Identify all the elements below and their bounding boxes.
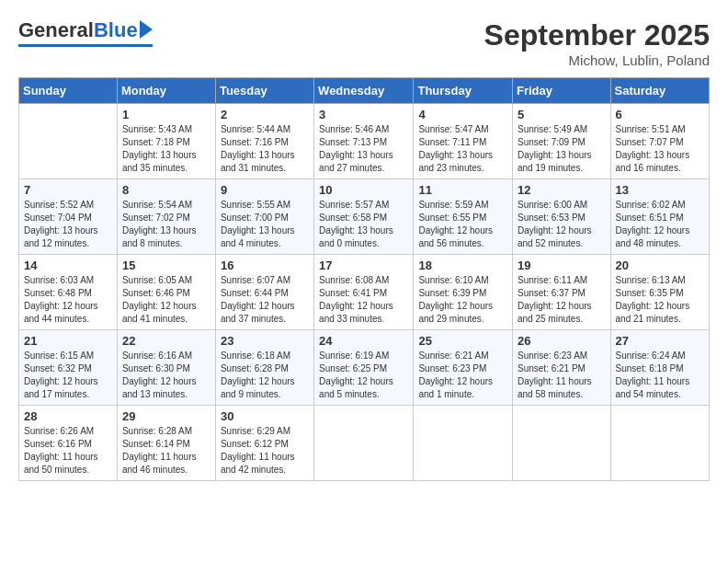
day-number: 28: [24, 409, 112, 423]
day-info: Sunrise: 6:21 AMSunset: 6:23 PMDaylight:…: [418, 350, 507, 401]
day-number: 23: [221, 334, 309, 348]
calendar-day-cell: 24Sunrise: 6:19 AMSunset: 6:25 PMDayligh…: [314, 330, 414, 406]
day-number: 18: [418, 259, 507, 272]
weekday-header: Friday: [513, 78, 611, 104]
calendar-week-row: 1Sunrise: 5:43 AMSunset: 7:18 PMDaylight…: [19, 104, 710, 179]
calendar-day-cell: 1Sunrise: 5:43 AMSunset: 7:18 PMDaylight…: [117, 104, 215, 179]
day-info: Sunrise: 5:57 AMSunset: 6:58 PMDaylight:…: [319, 199, 408, 250]
day-info: Sunrise: 5:46 AMSunset: 7:13 PMDaylight:…: [319, 123, 408, 175]
day-info: Sunrise: 6:08 AMSunset: 6:41 PMDaylight:…: [319, 274, 408, 326]
day-info: Sunrise: 5:49 AMSunset: 7:09 PMDaylight:…: [518, 123, 606, 175]
location-label: Michow, Lublin, Poland: [484, 52, 710, 68]
calendar-day-cell: 11Sunrise: 5:59 AMSunset: 6:55 PMDayligh…: [414, 179, 513, 255]
day-number: 30: [221, 409, 309, 423]
weekday-header: Tuesday: [215, 78, 313, 104]
calendar-day-cell: 10Sunrise: 5:57 AMSunset: 6:58 PMDayligh…: [314, 179, 414, 255]
calendar-day-cell: 28Sunrise: 6:26 AMSunset: 6:16 PMDayligh…: [19, 406, 118, 481]
calendar-day-cell: [513, 406, 611, 481]
calendar-week-row: 7Sunrise: 5:52 AMSunset: 7:04 PMDaylight…: [19, 179, 710, 255]
day-info: Sunrise: 6:13 AMSunset: 6:35 PMDaylight:…: [616, 274, 704, 326]
calendar-day-cell: 12Sunrise: 6:00 AMSunset: 6:53 PMDayligh…: [513, 179, 611, 255]
day-number: 27: [616, 334, 704, 348]
day-info: Sunrise: 5:47 AMSunset: 7:11 PMDaylight:…: [418, 123, 507, 175]
logo-general: General: [18, 18, 94, 42]
calendar-header-row: SundayMondayTuesdayWednesdayThursdayFrid…: [19, 78, 710, 104]
day-info: Sunrise: 6:00 AMSunset: 6:53 PMDaylight:…: [518, 199, 606, 250]
day-number: 19: [518, 259, 606, 272]
calendar-day-cell: [314, 406, 414, 481]
calendar-day-cell: 17Sunrise: 6:08 AMSunset: 6:41 PMDayligh…: [314, 255, 414, 330]
day-info: Sunrise: 6:29 AMSunset: 6:12 PMDaylight:…: [221, 425, 309, 477]
logo: GeneralBlue: [18, 18, 153, 47]
weekday-header: Monday: [117, 78, 215, 104]
weekday-header: Wednesday: [314, 78, 414, 104]
day-info: Sunrise: 6:05 AMSunset: 6:46 PMDaylight:…: [122, 274, 210, 326]
day-info: Sunrise: 6:23 AMSunset: 6:21 PMDaylight:…: [518, 350, 606, 401]
day-number: 2: [221, 108, 309, 121]
day-number: 13: [616, 183, 704, 197]
calendar-day-cell: 8Sunrise: 5:54 AMSunset: 7:02 PMDaylight…: [117, 179, 215, 255]
calendar-week-row: 21Sunrise: 6:15 AMSunset: 6:32 PMDayligh…: [19, 330, 710, 406]
calendar-day-cell: 2Sunrise: 5:44 AMSunset: 7:16 PMDaylight…: [215, 104, 313, 179]
calendar-day-cell: 13Sunrise: 6:02 AMSunset: 6:51 PMDayligh…: [610, 179, 709, 255]
day-number: 8: [122, 183, 210, 197]
day-number: 24: [319, 334, 408, 348]
calendar-day-cell: [610, 406, 709, 481]
calendar-day-cell: 14Sunrise: 6:03 AMSunset: 6:48 PMDayligh…: [19, 255, 118, 330]
calendar-day-cell: 19Sunrise: 6:11 AMSunset: 6:37 PMDayligh…: [513, 255, 611, 330]
calendar-week-row: 28Sunrise: 6:26 AMSunset: 6:16 PMDayligh…: [19, 406, 710, 481]
day-number: 1: [122, 108, 210, 121]
day-number: 7: [24, 183, 112, 197]
title-area: September 2025 Michow, Lublin, Poland: [484, 18, 710, 68]
day-number: 3: [319, 108, 408, 121]
calendar-day-cell: 25Sunrise: 6:21 AMSunset: 6:23 PMDayligh…: [414, 330, 513, 406]
calendar-day-cell: 27Sunrise: 6:24 AMSunset: 6:18 PMDayligh…: [610, 330, 709, 406]
calendar-day-cell: 22Sunrise: 6:16 AMSunset: 6:30 PMDayligh…: [117, 330, 215, 406]
day-info: Sunrise: 6:26 AMSunset: 6:16 PMDaylight:…: [24, 425, 112, 477]
day-number: 5: [518, 108, 606, 121]
calendar-day-cell: 16Sunrise: 6:07 AMSunset: 6:44 PMDayligh…: [215, 255, 313, 330]
calendar-day-cell: 3Sunrise: 5:46 AMSunset: 7:13 PMDaylight…: [314, 104, 414, 179]
calendar-day-cell: 7Sunrise: 5:52 AMSunset: 7:04 PMDaylight…: [19, 179, 118, 255]
calendar-day-cell: [19, 104, 118, 179]
logo-arrow-icon: [140, 20, 153, 39]
day-number: 9: [221, 183, 309, 197]
day-info: Sunrise: 5:59 AMSunset: 6:55 PMDaylight:…: [418, 199, 507, 250]
calendar-day-cell: 9Sunrise: 5:55 AMSunset: 7:00 PMDaylight…: [215, 179, 313, 255]
day-info: Sunrise: 6:10 AMSunset: 6:39 PMDaylight:…: [418, 274, 507, 326]
day-number: 29: [122, 409, 210, 423]
calendar-table: SundayMondayTuesdayWednesdayThursdayFrid…: [18, 77, 710, 481]
month-title: September 2025: [484, 18, 710, 52]
calendar-day-cell: 4Sunrise: 5:47 AMSunset: 7:11 PMDaylight…: [414, 104, 513, 179]
calendar-day-cell: 26Sunrise: 6:23 AMSunset: 6:21 PMDayligh…: [513, 330, 611, 406]
page-header: GeneralBlue September 2025 Michow, Lubli…: [18, 18, 710, 68]
logo-blue: Blue: [94, 18, 138, 42]
day-number: 11: [418, 183, 507, 197]
day-info: Sunrise: 5:55 AMSunset: 7:00 PMDaylight:…: [221, 199, 309, 250]
weekday-header: Thursday: [414, 78, 513, 104]
day-info: Sunrise: 6:16 AMSunset: 6:30 PMDaylight:…: [122, 350, 210, 401]
day-info: Sunrise: 6:07 AMSunset: 6:44 PMDaylight:…: [221, 274, 309, 326]
calendar-day-cell: [414, 406, 513, 481]
calendar-day-cell: 18Sunrise: 6:10 AMSunset: 6:39 PMDayligh…: [414, 255, 513, 330]
calendar-day-cell: 20Sunrise: 6:13 AMSunset: 6:35 PMDayligh…: [610, 255, 709, 330]
day-info: Sunrise: 6:02 AMSunset: 6:51 PMDaylight:…: [616, 199, 704, 250]
day-info: Sunrise: 6:15 AMSunset: 6:32 PMDaylight:…: [24, 350, 112, 401]
logo-text: GeneralBlue: [18, 18, 153, 42]
weekday-header: Sunday: [19, 78, 118, 104]
calendar-day-cell: 23Sunrise: 6:18 AMSunset: 6:28 PMDayligh…: [215, 330, 313, 406]
day-number: 15: [122, 259, 210, 272]
day-number: 22: [122, 334, 210, 348]
calendar-day-cell: 29Sunrise: 6:28 AMSunset: 6:14 PMDayligh…: [117, 406, 215, 481]
day-info: Sunrise: 6:18 AMSunset: 6:28 PMDaylight:…: [221, 350, 309, 401]
day-info: Sunrise: 6:28 AMSunset: 6:14 PMDaylight:…: [122, 425, 210, 477]
calendar-day-cell: 30Sunrise: 6:29 AMSunset: 6:12 PMDayligh…: [215, 406, 313, 481]
day-number: 16: [221, 259, 309, 272]
day-info: Sunrise: 6:11 AMSunset: 6:37 PMDaylight:…: [518, 274, 606, 326]
day-info: Sunrise: 6:19 AMSunset: 6:25 PMDaylight:…: [319, 350, 408, 401]
day-info: Sunrise: 5:52 AMSunset: 7:04 PMDaylight:…: [24, 199, 112, 250]
day-number: 4: [418, 108, 507, 121]
day-info: Sunrise: 5:54 AMSunset: 7:02 PMDaylight:…: [122, 199, 210, 250]
day-number: 26: [518, 334, 606, 348]
day-number: 6: [616, 108, 704, 121]
